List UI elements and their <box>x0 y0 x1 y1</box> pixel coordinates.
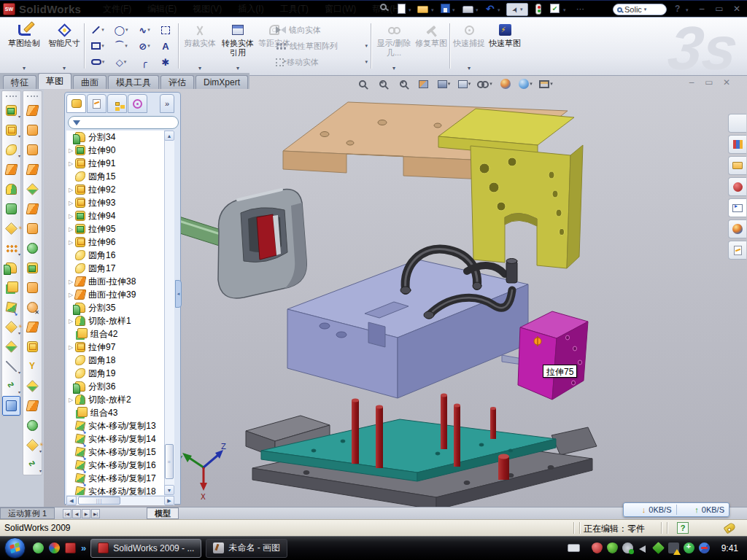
feature-tree-item[interactable]: ▷ 圆角16 <box>66 249 164 262</box>
search-dropdown-icon[interactable]: ▾ <box>644 7 647 12</box>
expand-arrow-icon[interactable]: ▷ <box>69 200 75 206</box>
configurationmanager-tab[interactable] <box>107 94 127 113</box>
expand-arrow-icon[interactable]: ▷ <box>69 147 75 154</box>
feature-tree-item[interactable]: ▷ 圆角19 <box>66 367 164 380</box>
expand-arrow-icon[interactable]: ▷ <box>69 397 75 403</box>
menu-item[interactable]: 编辑(E) <box>139 1 185 18</box>
marquee-select-tool-icon[interactable]: ▾ <box>156 22 175 38</box>
feature-tree-item[interactable]: ▷ 拉伸95 <box>66 222 164 236</box>
spline-tool-icon[interactable]: ∿▾ <box>133 22 156 38</box>
expand-arrow-icon[interactable]: ▷ <box>69 187 75 193</box>
feature-tree-item[interactable]: ▷ 圆角18 <box>66 354 164 367</box>
feature-tree-item[interactable]: ▷ 曲面-拉伸38 <box>66 275 164 288</box>
tree-filter-input[interactable] <box>68 116 179 129</box>
window-restore-button[interactable]: ▭ <box>712 4 727 14</box>
command-tab[interactable]: 特征 <box>3 75 36 89</box>
undo-icon[interactable]: ↶ <box>486 4 495 14</box>
tree-horizontal-scrollbar[interactable]: ◀ ||| ▶ <box>66 496 174 505</box>
doc-close-button[interactable]: ✕ <box>719 77 734 88</box>
tray-sync-icon[interactable] <box>652 542 665 554</box>
select-tool-icon[interactable]: ➤▾ <box>506 3 528 16</box>
rapid-sketch-button[interactable]: 快速草图 <box>487 20 522 71</box>
vscroll-thumb[interactable]: ≡ <box>165 444 174 479</box>
open-document-icon[interactable] <box>417 6 428 13</box>
tray-volume-icon[interactable] <box>638 542 649 553</box>
expand-arrow-icon[interactable]: ▷ <box>69 160 75 167</box>
toolbar-overflow-icon[interactable]: ⋯ <box>576 4 584 14</box>
feature-tree-item[interactable]: ▷ 实体-移动/复制15 <box>66 446 164 459</box>
feature-tree-item[interactable]: ▷ 曲面-拉伸39 <box>66 288 164 301</box>
taskbar-window-button[interactable]: SolidWorks 2009 - ... <box>90 539 201 558</box>
convert-entities-button[interactable]: 转换实体引用▾ <box>219 20 257 71</box>
panel-splitter-handle[interactable]: ◂ <box>175 280 182 308</box>
command-tab[interactable]: 评估 <box>160 75 194 89</box>
doc-minimize-button[interactable]: – <box>684 77 699 88</box>
feature-tree-item[interactable]: ▷ 组合42 <box>66 327 164 341</box>
menu-item[interactable]: 窗口(W) <box>317 1 364 18</box>
taskbar-window-button[interactable]: 未命名 - 画图 <box>206 539 287 558</box>
command-tab[interactable]: 模具工具 <box>108 75 159 89</box>
feature-tree-item[interactable]: ▷ 拉伸92 <box>66 183 164 196</box>
feature-tree-item[interactable]: ▷ 拉伸93 <box>66 196 164 209</box>
model-side-block[interactable] <box>518 311 588 400</box>
feature-tree-item[interactable]: ▷ 拉伸94 <box>66 209 164 222</box>
expand-arrow-icon[interactable]: ▷ <box>69 344 75 351</box>
help-icon[interactable]: ? <box>675 4 680 14</box>
prev-tab-icon[interactable]: ◀ <box>72 509 81 518</box>
feature-tree-item[interactable]: ▷ 拉伸97 <box>66 341 164 354</box>
custom-properties-tab[interactable] <box>728 241 746 260</box>
last-tab-icon[interactable]: ▶| <box>91 509 100 518</box>
feature-tree-item[interactable]: ▷ 实体-移动/复制18 <box>66 485 164 495</box>
window-close-button[interactable]: ✕ <box>729 4 744 14</box>
feature-tree-item[interactable]: ▷ 实体-移动/复制16 <box>66 459 164 472</box>
next-tab-icon[interactable]: ▶ <box>82 509 90 518</box>
feature-tree-item[interactable]: ▷ 切除-放样2 <box>66 393 164 406</box>
feature-tree-item[interactable]: ▷ 拉伸91 <box>66 157 164 170</box>
first-tab-icon[interactable]: |◀ <box>63 509 71 518</box>
scroll-up-icon[interactable]: ▲ <box>164 131 174 141</box>
command-tab[interactable]: DimXpert <box>196 75 248 89</box>
tray-network-warning-icon[interactable] <box>668 542 679 553</box>
smart-dimension-button[interactable]: 智能尺寸▾ <box>45 20 83 71</box>
start-button[interactable] <box>4 537 26 559</box>
propertymanager-tab[interactable] <box>87 94 107 113</box>
ellipse-tool-icon[interactable]: ⊘▾ <box>133 38 156 54</box>
model-stop-pin[interactable] <box>498 456 509 480</box>
polygon-tool-icon[interactable]: ◇▾ <box>109 54 133 70</box>
feature-tree-item[interactable]: ▷ 圆角17 <box>66 262 164 275</box>
tray-security-alert-icon[interactable] <box>592 542 603 553</box>
quick-launch-solidworks-icon[interactable] <box>65 542 76 553</box>
save-dropdown-icon[interactable]: ▾ <box>452 7 455 13</box>
circle-tool-icon[interactable]: ◯▾ <box>109 22 133 38</box>
quick-tips-icon[interactable]: ? <box>677 522 689 534</box>
feature-tree-item[interactable]: ▷ 分割36 <box>66 380 164 393</box>
window-minimize-button[interactable]: – <box>694 4 709 14</box>
appearances-scenes-tab[interactable] <box>728 219 746 238</box>
quick-launch-messenger-icon[interactable] <box>33 542 44 553</box>
sketch-button[interactable]: 草图绘制▾ <box>4 20 44 71</box>
new-dropdown-icon[interactable]: ▾ <box>409 7 411 13</box>
menu-item[interactable]: 视图(V) <box>185 1 230 18</box>
sketch-fillet-tool-icon[interactable]: ╭▾ <box>133 54 156 70</box>
tray-status-busy-icon[interactable] <box>699 542 710 553</box>
tray-antivirus-icon[interactable] <box>607 542 618 553</box>
dimxpertmanager-tab[interactable] <box>128 94 147 113</box>
feature-tree-item[interactable]: ▷ 圆角15 <box>66 170 164 183</box>
rectangle-tool-icon[interactable]: ▾ <box>86 38 109 54</box>
document-tab[interactable]: 模型 <box>147 508 179 519</box>
pin-toolbar-icon[interactable] <box>380 4 387 10</box>
view-palette-tab[interactable] <box>728 198 746 217</box>
doc-restore-button[interactable]: ▭ <box>702 77 716 88</box>
line-tool-icon[interactable]: ▾ <box>86 22 109 38</box>
model-cavity-insert[interactable] <box>218 189 306 298</box>
model-yoke-bracket[interactable] <box>438 109 583 268</box>
expand-arrow-icon[interactable]: ▷ <box>69 213 75 219</box>
solidworks-search-tab[interactable] <box>728 177 746 196</box>
tag-icon[interactable] <box>723 522 736 534</box>
menu-item[interactable]: 插入(I) <box>230 1 271 18</box>
feature-tree-item[interactable]: ▷ 分割35 <box>66 301 164 314</box>
undo-dropdown-icon[interactable]: ▾ <box>498 7 500 13</box>
feature-tree-item[interactable]: ▷ 拉伸96 <box>66 236 164 249</box>
sketch-text-tool-icon[interactable]: A▾ <box>156 38 175 54</box>
feature-tree-item[interactable]: ▷ 拉伸90 <box>66 144 164 157</box>
